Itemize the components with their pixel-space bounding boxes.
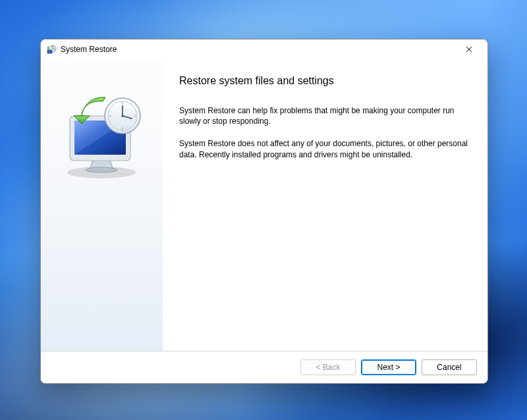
close-button[interactable] [455, 40, 484, 59]
wizard-main-panel: Restore system files and settings System… [163, 59, 487, 351]
system-restore-icon [46, 44, 57, 55]
svg-point-15 [121, 115, 124, 117]
close-icon [466, 46, 472, 53]
description-paragraph-2: System Restore does not affect any of yo… [179, 138, 468, 159]
cancel-button[interactable]: Cancel [422, 359, 477, 375]
system-restore-dialog: System Restore [40, 39, 488, 384]
titlebar[interactable]: System Restore [41, 39, 487, 59]
next-button[interactable]: Next > [361, 359, 416, 375]
wizard-side-panel [41, 59, 163, 351]
desktop-background: System Restore [0, 0, 527, 420]
wizard-footer: < Back Next > Cancel [41, 351, 487, 383]
svg-point-3 [86, 167, 117, 172]
description-paragraph-1: System Restore can help fix problems tha… [179, 105, 468, 126]
window-title: System Restore [61, 45, 117, 54]
svg-rect-1 [47, 50, 52, 53]
restore-illustration [54, 92, 150, 181]
back-button: < Back [300, 359, 356, 375]
page-heading: Restore system files and settings [179, 75, 468, 87]
